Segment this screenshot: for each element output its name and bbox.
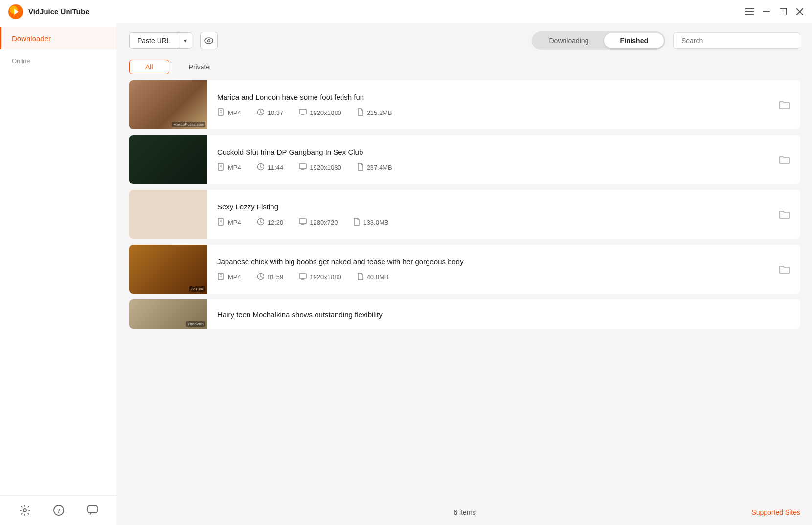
minimize-button[interactable] bbox=[762, 7, 771, 16]
video-info: Cuckold Slut Irina DP Gangbang In Sex Cl… bbox=[217, 139, 777, 180]
clock-icon bbox=[257, 163, 265, 172]
format-icon bbox=[217, 218, 225, 227]
video-item: Cuckold Slut Irina DP Gangbang In Sex Cl… bbox=[129, 135, 800, 184]
menu-button[interactable] bbox=[745, 7, 754, 16]
svg-rect-22 bbox=[299, 109, 306, 114]
clock-icon bbox=[257, 218, 265, 227]
file-icon bbox=[357, 273, 364, 282]
items-count: 6 items bbox=[453, 508, 475, 516]
svg-rect-49 bbox=[299, 274, 306, 278]
video-title: Japanese chick with big boobs get naked … bbox=[217, 256, 777, 267]
video-info: Marica and London have some foot fetish … bbox=[217, 84, 777, 125]
open-folder-button[interactable] bbox=[777, 206, 792, 222]
video-thumbnail bbox=[129, 135, 207, 184]
sidebar-nav: Downloader Online bbox=[0, 23, 117, 495]
paste-url-button[interactable]: Paste URL bbox=[130, 33, 179, 48]
video-title: Hairy teen Mochalkina shows outstanding … bbox=[217, 309, 792, 320]
format-icon bbox=[217, 273, 225, 282]
svg-rect-4 bbox=[745, 11, 754, 12]
subtab-private[interactable]: Private bbox=[177, 60, 222, 74]
format-item: MP4 bbox=[217, 218, 241, 227]
video-title: Sexy Lezzy Fisting bbox=[217, 202, 777, 212]
app-title: VidJuice UniTube bbox=[28, 7, 745, 16]
sidebar-bottom: ? bbox=[0, 495, 117, 525]
video-item: TheaVids Hairy teen Mochalkina shows out… bbox=[129, 299, 800, 329]
main-layout: Downloader Online ? bbox=[0, 23, 812, 525]
sidebar: Downloader Online ? bbox=[0, 23, 117, 525]
video-thumbnail bbox=[129, 190, 207, 239]
downloading-tab[interactable]: Downloading bbox=[533, 33, 604, 48]
eye-button[interactable] bbox=[200, 32, 218, 49]
svg-rect-6 bbox=[763, 11, 770, 12]
file-icon bbox=[353, 218, 360, 227]
settings-icon[interactable] bbox=[18, 503, 32, 517]
svg-rect-5 bbox=[745, 14, 754, 15]
app-logo bbox=[8, 4, 23, 20]
resolution-item: 1920x1080 bbox=[299, 273, 341, 282]
titlebar: VidJuice UniTube bbox=[0, 0, 812, 23]
maximize-button[interactable] bbox=[779, 7, 788, 16]
file-icon bbox=[357, 163, 364, 172]
monitor-icon bbox=[299, 218, 307, 227]
video-thumbnail: TheaVids bbox=[129, 299, 207, 329]
thumb-watermark: MaricaFucks.com bbox=[172, 122, 205, 127]
svg-line-30 bbox=[261, 167, 262, 168]
duration-item: 11:44 bbox=[257, 163, 284, 172]
video-title: Marica and London have some foot fetish … bbox=[217, 92, 777, 102]
search-input[interactable] bbox=[673, 32, 800, 49]
monitor-icon bbox=[299, 273, 307, 282]
resolution-item: 1280x720 bbox=[299, 218, 338, 227]
video-thumbnail: ZZTube bbox=[129, 245, 207, 294]
svg-line-39 bbox=[261, 222, 262, 223]
filesize-item: 40.8MB bbox=[357, 273, 389, 282]
video-info: Japanese chick with big boobs get naked … bbox=[217, 249, 777, 290]
svg-rect-40 bbox=[299, 219, 306, 224]
video-meta: MP4 10:37 1920x1080 bbox=[217, 108, 777, 117]
video-meta: MP4 12:20 1280x720 bbox=[217, 218, 777, 227]
open-folder-button[interactable] bbox=[777, 261, 792, 277]
monitor-icon bbox=[299, 108, 307, 117]
video-meta: MP4 11:44 1920x1080 bbox=[217, 163, 777, 172]
duration-item: 01:59 bbox=[257, 273, 284, 282]
help-icon[interactable]: ? bbox=[52, 503, 66, 517]
format-item: MP4 bbox=[217, 163, 241, 172]
video-item: MaricaFucks.com Marica and London have s… bbox=[129, 80, 800, 129]
open-folder-button[interactable] bbox=[777, 152, 792, 167]
statusbar: 6 items Supported Sites bbox=[117, 500, 812, 525]
filesize-item: 215.2MB bbox=[357, 108, 392, 117]
svg-line-21 bbox=[261, 113, 262, 114]
subtab-all[interactable]: All bbox=[129, 60, 169, 74]
window-controls bbox=[745, 7, 804, 16]
file-icon bbox=[357, 108, 364, 117]
svg-rect-13 bbox=[88, 506, 97, 513]
svg-point-10 bbox=[23, 509, 26, 512]
monitor-icon bbox=[299, 163, 307, 172]
video-title: Cuckold Slut Irina DP Gangbang In Sex Cl… bbox=[217, 147, 777, 157]
video-meta: MP4 01:59 1920x1080 bbox=[217, 273, 777, 282]
sidebar-item-downloader[interactable]: Downloader bbox=[0, 27, 117, 49]
supported-sites-link[interactable]: Supported Sites bbox=[751, 508, 800, 516]
finished-tab[interactable]: Finished bbox=[604, 33, 664, 48]
duration-item: 12:20 bbox=[257, 218, 284, 227]
video-item: ZZTube Japanese chick with big boobs get… bbox=[129, 245, 800, 294]
svg-point-14 bbox=[205, 38, 213, 44]
format-item: MP4 bbox=[217, 273, 241, 282]
clock-icon bbox=[257, 108, 265, 117]
video-list: MaricaFucks.com Marica and London have s… bbox=[117, 80, 812, 500]
svg-rect-3 bbox=[745, 8, 754, 9]
paste-url-dropdown[interactable]: ▾ bbox=[179, 33, 192, 48]
filesize-item: 237.4MB bbox=[357, 163, 392, 172]
close-button[interactable] bbox=[795, 7, 804, 16]
thumb-watermark: ZZTube bbox=[189, 286, 205, 292]
video-thumbnail: MaricaFucks.com bbox=[129, 80, 207, 129]
svg-line-48 bbox=[261, 277, 262, 278]
filesize-item: 133.0MB bbox=[353, 218, 388, 227]
svg-rect-31 bbox=[299, 164, 306, 169]
toolbar: Paste URL ▾ Downloading Finished bbox=[117, 23, 812, 58]
open-folder-button[interactable] bbox=[777, 97, 792, 113]
svg-rect-7 bbox=[780, 8, 787, 15]
chat-icon[interactable] bbox=[86, 503, 99, 517]
sidebar-section-online: Online bbox=[0, 49, 117, 68]
duration-item: 10:37 bbox=[257, 108, 284, 117]
format-item: MP4 bbox=[217, 108, 241, 117]
